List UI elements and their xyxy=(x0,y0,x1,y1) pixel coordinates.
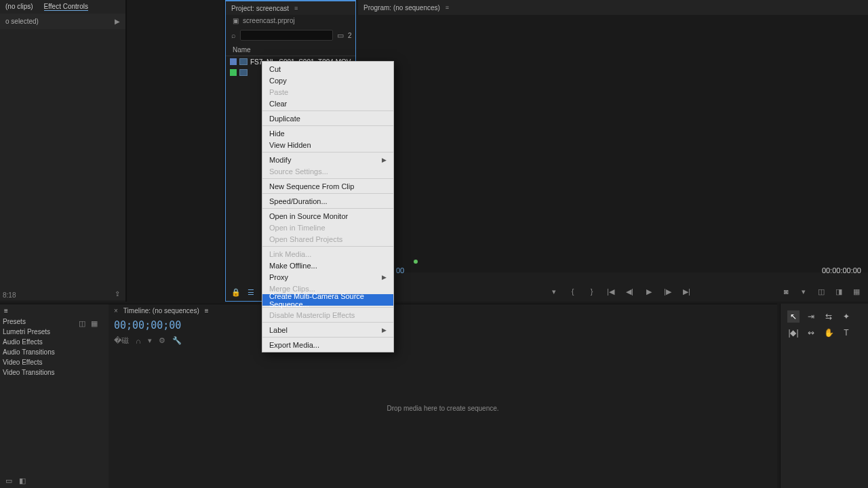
mark-in-bracket-icon[interactable]: { xyxy=(568,287,578,296)
source-subheader: o selected) ▶ xyxy=(0,14,125,29)
effects-audio-fx[interactable]: Audio Effects xyxy=(0,337,108,347)
search-icon[interactable]: ⌕ xyxy=(231,31,236,39)
effects-audio-tr[interactable]: Audio Transitions xyxy=(0,347,108,357)
lock-icon[interactable]: 🔒 xyxy=(231,288,241,297)
program-panel: Program: (no sequences) ≡ 00 00:00:00:00… xyxy=(358,0,868,302)
wrench-icon[interactable]: 🔧 xyxy=(172,336,182,345)
chevron-right-icon[interactable]: ▶ xyxy=(115,18,120,25)
overwrite-icon[interactable]: ▦ xyxy=(91,319,98,328)
step-back-icon[interactable]: ◀| xyxy=(625,287,635,296)
effects-video-fx[interactable]: Video Effects xyxy=(0,357,108,367)
razor-tool-icon[interactable]: |◆| xyxy=(787,327,800,339)
mark-out-bracket-icon[interactable]: } xyxy=(587,287,597,296)
menu-multicam[interactable]: Create Multi-Camera Source Sequence... xyxy=(262,294,393,306)
export-frame-icon[interactable]: ▾ xyxy=(799,287,808,296)
hand-tool-icon[interactable]: ✋ xyxy=(823,327,835,339)
go-to-out-icon[interactable]: ▶| xyxy=(682,287,692,296)
menu-modify[interactable]: Modify▶ xyxy=(262,154,393,165)
panel-menu-icon[interactable]: ≡ xyxy=(294,5,298,12)
menu-open-shared: Open Shared Projects xyxy=(262,233,393,245)
close-icon[interactable]: × xyxy=(114,307,118,314)
timeline-header[interactable]: × Timeline: (no sequences) ≡ xyxy=(108,304,777,317)
extract-icon[interactable]: ◨ xyxy=(834,287,844,296)
menu-make-offline[interactable]: Make Offline... xyxy=(262,260,393,271)
effects-video-tr[interactable]: Video Transitions xyxy=(0,367,108,378)
settings-icon[interactable]: ▦ xyxy=(852,287,861,296)
panel-menu-icon[interactable]: ≡ xyxy=(205,307,209,314)
divider xyxy=(224,0,224,302)
source-panel: (no clips) Effect Controls o selected) ▶… xyxy=(0,0,126,302)
insert-icon[interactable]: ◫ xyxy=(79,319,85,328)
project-column-name[interactable]: Name xyxy=(226,44,355,56)
effects-header[interactable]: ≡ xyxy=(0,304,108,317)
source-tabs: (no clips) Effect Controls xyxy=(0,0,125,14)
go-to-in-icon[interactable]: |◀ xyxy=(606,287,616,296)
effects-panel: ≡ Presets Lumetri Presets Audio Effects … xyxy=(0,304,108,488)
menu-export-media[interactable]: Export Media... xyxy=(262,339,393,350)
menu-copy[interactable]: Copy xyxy=(262,75,393,86)
menu-separator xyxy=(262,193,393,194)
project-search-input[interactable] xyxy=(240,30,333,41)
menu-proxy[interactable]: Proxy▶ xyxy=(262,271,393,283)
export-icon[interactable]: ⇪ xyxy=(115,290,120,298)
menu-open-source-monitor[interactable]: Open in Source Monitor xyxy=(262,210,393,222)
transport-controls: ▾ { } |◀ ◀| ▶ |▶ ▶| xyxy=(549,287,692,296)
label-swatch-green xyxy=(230,69,237,76)
trash-icon[interactable]: ◧ xyxy=(19,476,26,485)
selection-tool-icon[interactable]: ↖ xyxy=(787,310,800,323)
list-view-icon[interactable]: ☰ xyxy=(248,288,254,297)
timeline-timecode[interactable]: 00;00;00;00 xyxy=(108,317,777,334)
menu-speed-duration[interactable]: Speed/Duration... xyxy=(262,195,393,207)
panel-menu-icon[interactable]: ≡ xyxy=(4,307,8,314)
menu-separator xyxy=(262,125,393,126)
panel-menu-icon[interactable]: ≡ xyxy=(446,4,449,11)
program-monitor xyxy=(358,15,868,272)
project-panel-header[interactable]: Project: screencast ≡ xyxy=(226,0,355,15)
marker-icon[interactable]: ▾ xyxy=(148,336,152,345)
playhead-indicator xyxy=(414,260,418,264)
submenu-arrow-icon: ▶ xyxy=(382,157,387,163)
rate-stretch-tool-icon[interactable]: ✦ xyxy=(840,310,852,323)
program-panel-header[interactable]: Program: (no sequences) ≡ xyxy=(358,0,868,15)
menu-label[interactable]: Label▶ xyxy=(262,324,393,336)
settings-icon[interactable]: ⚙ xyxy=(159,336,165,345)
menu-cut[interactable]: Cut xyxy=(262,63,393,75)
menu-view-hidden[interactable]: View Hidden xyxy=(262,139,393,150)
camera-icon[interactable]: ◙ xyxy=(781,287,791,296)
mark-in-icon[interactable]: ▾ xyxy=(549,287,559,296)
menu-separator xyxy=(262,208,393,209)
submenu-arrow-icon: ▶ xyxy=(382,327,387,333)
menu-separator xyxy=(262,110,393,111)
menu-duplicate[interactable]: Duplicate xyxy=(262,113,393,124)
project-title: Project: screencast xyxy=(231,5,289,12)
tab-no-clips[interactable]: (no clips) xyxy=(5,3,33,11)
menu-clear[interactable]: Clear xyxy=(262,98,393,109)
play-icon[interactable]: ▶ xyxy=(644,287,654,296)
source-body xyxy=(0,29,125,300)
effects-lumetri[interactable]: Lumetri Presets xyxy=(0,327,108,337)
transport-right: ◙ ▾ ◫ ◨ ▦ xyxy=(781,287,861,296)
timeline-drop-hint: Drop media here to create sequence. xyxy=(387,405,498,412)
menu-separator xyxy=(262,152,393,152)
tab-effect-controls[interactable]: Effect Controls xyxy=(44,3,88,11)
effects-footer: ▭ ◧ xyxy=(5,476,26,485)
tools-panel: ↖ ⇥ ⇆ ✦ |◆| ↭ ✋ T xyxy=(780,304,868,488)
clip-icon xyxy=(239,69,248,76)
label-swatch-blue xyxy=(230,58,237,65)
ripple-edit-tool-icon[interactable]: ⇆ xyxy=(823,310,835,323)
type-tool-icon[interactable]: T xyxy=(840,327,852,339)
menu-hide[interactable]: Hide xyxy=(262,127,393,139)
slip-tool-icon[interactable]: ↭ xyxy=(805,327,817,339)
new-bin-icon[interactable]: ▭ xyxy=(337,31,344,40)
project-breadcrumb[interactable]: ▣ screencast.prproj xyxy=(226,15,355,26)
snap-icon[interactable]: �磁 xyxy=(114,336,129,346)
track-select-tool-icon[interactable]: ⇥ xyxy=(805,310,817,323)
step-forward-icon[interactable]: |▶ xyxy=(663,287,673,296)
linked-selection-icon[interactable]: ∩ xyxy=(136,337,141,345)
menu-new-sequence[interactable]: New Sequence From Clip xyxy=(262,180,393,192)
new-bin-icon[interactable]: ▭ xyxy=(5,476,12,485)
timeline-drop-area[interactable]: Drop media here to create sequence. xyxy=(108,347,777,469)
project-search-row: ⌕ ▭ 2 xyxy=(231,29,350,41)
submenu-arrow-icon: ▶ xyxy=(382,274,387,281)
lift-icon[interactable]: ◫ xyxy=(816,287,826,296)
